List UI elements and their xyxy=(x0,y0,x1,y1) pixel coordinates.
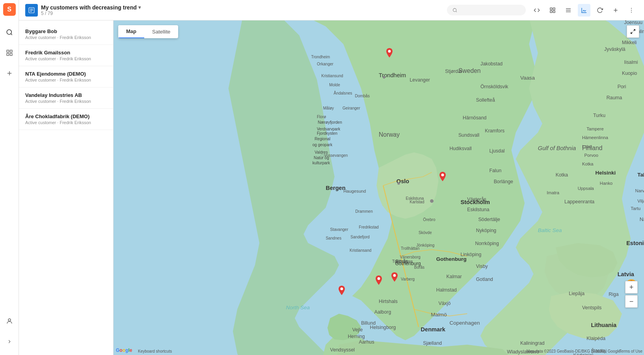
google-logo: Google xyxy=(116,346,132,353)
zoom-in-button[interactable]: + xyxy=(625,281,638,294)
map-pin-malmo[interactable] xyxy=(390,272,399,285)
svg-point-25 xyxy=(631,10,632,11)
svg-point-167 xyxy=(393,274,396,277)
app-sidebar: S xyxy=(0,0,19,355)
svg-text:Vaasa: Vaasa xyxy=(520,75,535,81)
svg-text:Varberg: Varberg xyxy=(401,277,415,281)
svg-text:Vendsyssel: Vendsyssel xyxy=(330,347,355,353)
svg-text:Baltic Sea: Baltic Sea xyxy=(538,227,562,233)
list-view-button[interactable] xyxy=(562,4,575,17)
search-icon xyxy=(452,7,457,13)
svg-text:Visby: Visby xyxy=(476,264,488,269)
list-item[interactable]: Vandelay Industries AB Active customer ·… xyxy=(19,87,113,109)
svg-text:Trollhättan: Trollhättan xyxy=(392,259,413,264)
svg-text:Hämeenlinna: Hämeenlinna xyxy=(582,135,609,140)
tab-map[interactable]: Map xyxy=(118,25,144,38)
svg-text:Gotland: Gotland xyxy=(476,277,493,282)
svg-text:Haugesund: Haugesund xyxy=(343,189,366,193)
svg-text:Eskilstuna: Eskilstuna xyxy=(467,207,489,212)
svg-text:Sundsvall: Sundsvall xyxy=(458,133,479,138)
svg-text:Aarhus: Aarhus xyxy=(359,339,374,345)
svg-text:Imatra: Imatra xyxy=(547,190,560,195)
svg-rect-5 xyxy=(10,54,12,56)
tab-satellite[interactable]: Satellite xyxy=(144,25,178,38)
customer-meta: Active customer · Fredrik Eriksson xyxy=(25,56,107,61)
svg-text:Tallinn: Tallinn xyxy=(637,172,644,178)
svg-text:Sandefjord: Sandefjord xyxy=(350,235,370,239)
map-controls: + − xyxy=(625,281,638,308)
svg-text:Kristiansand: Kristiansand xyxy=(350,248,371,253)
svg-rect-3 xyxy=(10,50,12,52)
map-pin-stockholm[interactable] xyxy=(438,172,447,184)
map-fullscreen-button[interactable] xyxy=(627,25,639,38)
svg-text:Turku: Turku xyxy=(593,113,605,118)
svg-text:Copenhagen: Copenhagen xyxy=(449,320,480,326)
map-pin-copenhagen[interactable] xyxy=(374,275,383,288)
grid-view-button[interactable] xyxy=(546,4,559,17)
sidebar-icon-search[interactable] xyxy=(2,25,17,39)
svg-text:Måløy: Måløy xyxy=(323,106,334,110)
svg-text:Trondheim: Trondheim xyxy=(311,55,330,59)
svg-point-110 xyxy=(397,182,400,185)
add-button[interactable] xyxy=(609,4,622,17)
sidebar-icon-expand[interactable] xyxy=(2,335,17,349)
svg-text:Mikkeli: Mikkeli xyxy=(622,40,637,45)
chart-view-button[interactable] xyxy=(578,4,590,17)
customer-meta: Active customer · Fredrik Eriksson xyxy=(25,120,107,125)
map-pin-norway[interactable] xyxy=(385,48,394,61)
svg-text:Denmark: Denmark xyxy=(421,326,446,333)
search-input[interactable] xyxy=(460,7,520,13)
svg-point-112 xyxy=(383,76,385,79)
map-area: Map Satellite xyxy=(114,20,644,355)
svg-text:Sandnes: Sandnes xyxy=(326,236,341,240)
search-box[interactable] xyxy=(447,5,526,15)
list-item[interactable]: Fredrik Gmailsson Active customer · Fred… xyxy=(19,45,113,66)
svg-text:Växjö: Växjö xyxy=(438,301,450,306)
list-item[interactable]: Byggare Bob Active customer · Fredrik Er… xyxy=(19,24,113,45)
svg-text:og geopark: og geopark xyxy=(313,143,333,147)
svg-text:Malmö: Malmö xyxy=(431,312,447,318)
header-actions xyxy=(530,4,638,17)
map-pin-denmark1[interactable] xyxy=(337,286,346,298)
svg-text:Örebro: Örebro xyxy=(423,217,436,222)
svg-text:Dombås: Dombås xyxy=(355,94,370,98)
svg-text:Geiranger: Geiranger xyxy=(342,106,360,110)
svg-point-163 xyxy=(388,50,391,52)
svg-text:Billund: Billund xyxy=(361,320,376,326)
header-dropdown-arrow[interactable]: ▾ xyxy=(138,5,141,10)
svg-point-166 xyxy=(378,277,380,280)
svg-rect-15 xyxy=(550,8,552,10)
svg-line-27 xyxy=(633,30,635,31)
svg-text:Liepāja: Liepāja xyxy=(569,291,584,296)
svg-text:North Sea: North Sea xyxy=(286,305,310,310)
keyboard-shortcuts[interactable]: Keyboard shortcuts xyxy=(138,349,172,353)
svg-text:Drammen: Drammen xyxy=(356,209,373,214)
svg-text:Lappeenranta: Lappeenranta xyxy=(564,199,594,204)
list-item[interactable]: Åre Chokladfabrik (DEMO) Active customer… xyxy=(19,109,113,130)
svg-text:Latvia: Latvia xyxy=(618,271,635,277)
header-subtitle: 5 / 79 xyxy=(41,11,141,16)
svg-rect-4 xyxy=(7,54,9,56)
app-logo: S xyxy=(3,3,16,16)
list-item[interactable]: NTA Ejendomme (DEMO) Active customer · F… xyxy=(19,66,113,87)
code-button[interactable] xyxy=(530,4,543,17)
sidebar-icon-grid[interactable] xyxy=(2,46,17,60)
svg-line-14 xyxy=(456,11,457,12)
svg-text:Norrköping: Norrköping xyxy=(475,241,499,246)
svg-text:Hirtshals: Hirtshals xyxy=(379,299,398,304)
sidebar-icon-add[interactable] xyxy=(2,66,17,80)
svg-text:Porvoo: Porvoo xyxy=(584,153,599,158)
svg-text:Ljusdal: Ljusdal xyxy=(489,148,504,154)
terms-of-use[interactable]: Terms of Use xyxy=(619,349,642,353)
map-attribution: Map data ©2023 GeoBasis-DE/BKG (©2009), … xyxy=(527,349,620,353)
refresh-button[interactable] xyxy=(594,4,606,17)
svg-text:Lithuania: Lithuania xyxy=(591,322,617,328)
sidebar-icon-user[interactable] xyxy=(2,314,17,328)
zoom-out-button[interactable]: − xyxy=(625,295,638,308)
svg-text:Kotka: Kotka xyxy=(582,162,594,166)
svg-text:Linköping: Linköping xyxy=(461,252,482,257)
header-title: My customers with decreasing trend ▾ xyxy=(41,4,141,11)
svg-text:Tampere: Tampere xyxy=(586,126,604,131)
more-button[interactable] xyxy=(625,4,638,17)
customer-name: Vandelay Industries AB xyxy=(25,92,107,98)
